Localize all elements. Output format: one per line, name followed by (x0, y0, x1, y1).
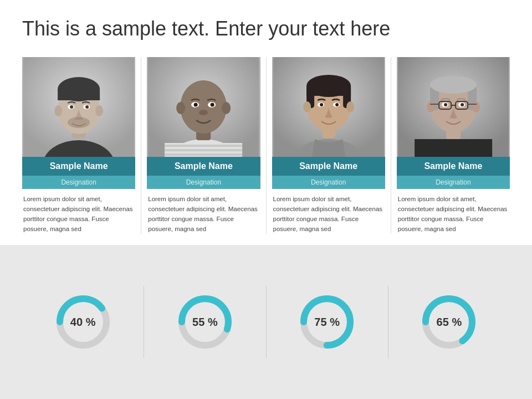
svg-rect-48 (415, 139, 492, 157)
card-2: Sample Name Designation Lorem ipsum dolo… (141, 57, 266, 234)
svg-point-54 (427, 101, 434, 112)
svg-point-11 (70, 105, 73, 109)
card-name-1: Sample Name (22, 157, 135, 176)
card-photo-3 (272, 57, 385, 157)
card-body-1: Lorem ipsum dolor sit amet, consectetuer… (22, 195, 135, 234)
cards-row: Sample Name Designation Lorem ipsum dolo… (22, 57, 510, 234)
donut-chart-3: 75 % (296, 291, 357, 352)
page: This is a sample text. Enter your text h… (0, 0, 532, 399)
svg-point-8 (95, 105, 103, 116)
svg-point-59 (461, 103, 464, 106)
svg-point-40 (346, 101, 354, 112)
svg-point-27 (194, 103, 198, 107)
card-1: Sample Name Designation Lorem ipsum dolo… (22, 57, 141, 234)
svg-rect-18 (165, 145, 242, 147)
svg-point-58 (444, 103, 447, 106)
card-photo-4 (397, 57, 510, 157)
donut-label-4: 65 % (437, 316, 462, 329)
donut-wrapper-4: 65 % (388, 286, 510, 358)
card-name-3: Sample Name (272, 157, 385, 176)
card-name-4: Sample Name (397, 157, 510, 176)
card-body-2: Lorem ipsum dolor sit amet, consectetuer… (147, 195, 260, 234)
donut-label-2: 55 % (192, 316, 218, 329)
donut-wrapper-3: 75 % (267, 286, 388, 358)
svg-rect-6 (58, 89, 100, 100)
card-body-4: Lorem ipsum dolor sit amet, consectetuer… (397, 195, 510, 234)
donut-wrapper-1: 40 % (22, 286, 144, 358)
donut-chart-1: 40 % (53, 291, 114, 352)
svg-point-23 (176, 102, 185, 114)
svg-point-39 (303, 101, 311, 112)
card-photo-1 (22, 57, 135, 157)
svg-point-7 (54, 105, 62, 116)
svg-point-28 (211, 103, 214, 107)
svg-point-29 (199, 110, 208, 115)
card-photo-2 (147, 57, 260, 157)
card-designation-2: Designation (147, 176, 260, 189)
svg-point-55 (472, 101, 480, 112)
donut-chart-4: 65 % (418, 291, 479, 352)
bottom-section: 40 % 55 % 75 % (0, 245, 532, 399)
donut-chart-2: 55 % (175, 291, 236, 352)
donut-label-1: 40 % (70, 316, 96, 329)
svg-point-24 (222, 102, 231, 114)
svg-point-13 (68, 117, 90, 128)
card-designation-4: Designation (397, 176, 510, 189)
svg-rect-19 (165, 149, 242, 151)
svg-rect-20 (165, 154, 242, 156)
svg-point-12 (85, 105, 89, 109)
card-3: Sample Name Designation Lorem ipsum dolo… (267, 57, 391, 234)
svg-point-44 (335, 103, 339, 106)
page-title: This is a sample text. Enter your text h… (22, 17, 510, 40)
svg-point-43 (320, 103, 323, 106)
svg-point-53 (430, 76, 477, 94)
donut-label-3: 75 % (314, 316, 340, 329)
card-name-2: Sample Name (147, 157, 260, 176)
card-designation-3: Designation (272, 176, 385, 189)
card-body-3: Lorem ipsum dolor sit amet, consectetuer… (272, 195, 385, 234)
card-designation-1: Designation (22, 176, 135, 189)
svg-point-22 (180, 80, 227, 134)
donut-wrapper-2: 55 % (144, 286, 266, 358)
card-4: Sample Name Designation Lorem ipsum dolo… (391, 57, 510, 234)
